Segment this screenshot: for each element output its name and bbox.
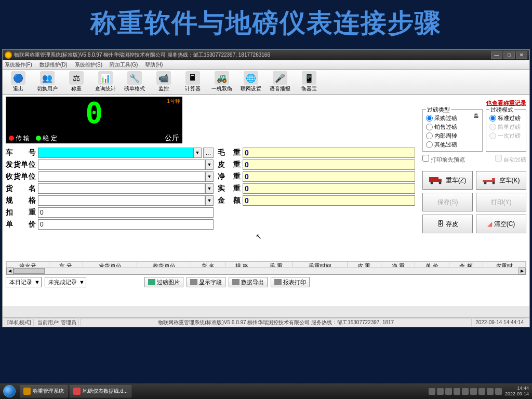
vehicle-dropdown[interactable]: ▼ bbox=[193, 148, 202, 158]
close-button[interactable]: ✕ bbox=[516, 51, 527, 59]
toolbar-1[interactable]: 👥切换用户 bbox=[33, 71, 62, 93]
real-input[interactable] bbox=[243, 183, 415, 194]
real-label: 实 重 bbox=[218, 184, 243, 193]
empty-truck-button[interactable]: 空车(K) bbox=[476, 171, 526, 190]
maximize-button[interactable]: □ bbox=[503, 51, 515, 59]
app-task-icon bbox=[23, 388, 31, 395]
system-tray[interactable]: 14:442022-09-14 bbox=[425, 385, 532, 397]
export-button[interactable]: 数据导出 bbox=[229, 277, 268, 287]
eraser-icon: ◢ bbox=[487, 220, 492, 228]
report-print-button[interactable]: 报表打印 bbox=[271, 277, 310, 287]
deduct-input[interactable] bbox=[38, 207, 214, 218]
svg-rect-5 bbox=[492, 178, 495, 182]
spec-input[interactable] bbox=[38, 195, 205, 206]
type-other-radio[interactable] bbox=[426, 141, 433, 148]
net-label: 净 重 bbox=[218, 172, 243, 181]
goods-label: 货 名 bbox=[6, 184, 38, 193]
net-input[interactable] bbox=[243, 171, 415, 182]
weigh-mode-title: 过磅模式 bbox=[489, 106, 514, 114]
toolbar-7[interactable]: 🚜一机双衡 bbox=[207, 71, 236, 93]
h-scrollbar[interactable]: ◀ ▶ bbox=[6, 267, 526, 274]
weight-status: 传 输 稳 定 公斤 bbox=[6, 133, 182, 143]
fields-icon bbox=[190, 279, 197, 285]
type-internal-radio[interactable] bbox=[426, 132, 433, 139]
records-table[interactable]: 流水号车 号发货单位收货单位货 名规 格毛 重毛重时间皮 重净 重单 价金 额皮… bbox=[6, 261, 526, 275]
tare-input[interactable] bbox=[243, 159, 415, 170]
scroll-right-icon[interactable]: ▶ bbox=[518, 268, 526, 274]
weigh-image-button[interactable]: 过磅图片 bbox=[144, 277, 183, 287]
titlebar-text: 物联网称重管理系统(标准版)V5.6.0.97 柳州华瑞测控技术有限公司 服务热… bbox=[14, 51, 491, 59]
tray-icons[interactable] bbox=[429, 388, 502, 395]
minimize-button[interactable]: — bbox=[491, 51, 502, 59]
toolbar-3[interactable]: 📊查询统计 bbox=[91, 71, 120, 93]
receiver-input[interactable] bbox=[38, 171, 205, 182]
printer-icon[interactable]: 🖶 bbox=[473, 113, 479, 119]
svg-point-7 bbox=[492, 182, 495, 184]
store-tare-button[interactable]: 🗄存皮 bbox=[422, 215, 473, 233]
deduct-label: 扣 重 bbox=[6, 208, 38, 217]
price-input[interactable] bbox=[38, 219, 214, 230]
show-fields-button[interactable]: 显示字段 bbox=[187, 277, 225, 287]
type-sale-radio[interactable] bbox=[426, 124, 433, 130]
amount-input[interactable] bbox=[243, 195, 415, 206]
window-statusbar: [单机模式] 当前用户: 管理员 物联网称重管理系统(标准版)V5.6.0.97… bbox=[3, 317, 529, 327]
toolbar-icon-5: 📹 bbox=[156, 71, 171, 85]
windows-orb-icon bbox=[3, 385, 16, 397]
clear-button[interactable]: ◢清空(C) bbox=[476, 215, 526, 233]
scroll-left-icon[interactable]: ◀ bbox=[6, 268, 14, 274]
menu-addon[interactable]: 附加工具(G) bbox=[110, 61, 138, 69]
mode-standard-radio[interactable] bbox=[489, 115, 496, 122]
titlebar[interactable]: 物联网称重管理系统(标准版)V5.6.0.97 柳州华瑞测控技术有限公司 服务热… bbox=[3, 50, 529, 60]
taskbar-clock[interactable]: 14:442022-09-14 bbox=[505, 385, 529, 397]
status-filter-combo[interactable]: 未完成记录▼ bbox=[45, 277, 86, 287]
toolbar-8[interactable]: 🌐联网设置 bbox=[236, 71, 265, 93]
type-purchase-radio[interactable] bbox=[426, 115, 433, 122]
svg-rect-0 bbox=[429, 177, 438, 182]
heavy-truck-button[interactable]: 重车(Z) bbox=[422, 171, 473, 190]
menubar: 系统操作(F) 数据维护(D) 系统维护(S) 附加工具(G) 帮助(H) bbox=[3, 60, 529, 70]
banner-title: 称重软件与地磅仪表连接步骤 bbox=[0, 0, 532, 47]
svg-point-2 bbox=[430, 182, 433, 184]
date-filter-combo[interactable]: 本日记录▼ bbox=[6, 277, 42, 287]
database-icon: 🗄 bbox=[437, 220, 444, 228]
print-preview-checkbox[interactable] bbox=[422, 155, 429, 162]
print-button[interactable]: 打印(Y) bbox=[476, 193, 526, 211]
sb-time: 2022-09-14 14:44:14 bbox=[473, 318, 526, 326]
price-label: 单 价 bbox=[6, 220, 38, 229]
toolbar-6[interactable]: 🖩计算器 bbox=[178, 71, 207, 93]
toolbar-4[interactable]: 🔧磅单格式 bbox=[120, 71, 149, 93]
menu-data[interactable]: 数据维护(D) bbox=[39, 61, 68, 69]
stable-label: 稳 定 bbox=[43, 134, 57, 143]
vehicle-input[interactable] bbox=[38, 148, 193, 158]
sender-input[interactable] bbox=[38, 159, 205, 170]
menu-help[interactable]: 帮助(H) bbox=[145, 61, 163, 69]
goods-input[interactable] bbox=[38, 183, 205, 194]
scroll-thumb[interactable] bbox=[14, 268, 45, 274]
sb-info: 物联网称重管理系统(标准版)V5.6.0.97 柳州华瑞测控技术有限公司 服务热… bbox=[80, 318, 472, 326]
spec-dropdown[interactable]: ▼ bbox=[205, 195, 214, 206]
toolbar-2[interactable]: ⚖称重 bbox=[62, 71, 91, 93]
start-button[interactable] bbox=[0, 383, 19, 399]
sb-mode: [单机模式] bbox=[5, 318, 34, 326]
transfer-led-icon bbox=[9, 136, 14, 141]
gross-input[interactable] bbox=[243, 148, 415, 158]
taskbar[interactable]: 称重管理系统 地磅仪表数据线.d... 14:442022-09-14 bbox=[0, 383, 532, 399]
goods-dropdown[interactable]: ▼ bbox=[205, 183, 214, 194]
toolbar-icon-3: 📊 bbox=[98, 71, 113, 85]
receiver-dropdown[interactable]: ▼ bbox=[205, 171, 214, 182]
menu-system[interactable]: 系统操作(F) bbox=[5, 61, 32, 69]
taskbar-item-app[interactable]: 称重管理系统 bbox=[20, 385, 68, 397]
sender-dropdown[interactable]: ▼ bbox=[205, 159, 214, 170]
toolbar-10[interactable]: 📱衡器宝 bbox=[295, 71, 324, 93]
taskbar-item-doc[interactable]: 地磅仪表数据线.d... bbox=[70, 385, 131, 397]
save-button[interactable]: 保存(S) bbox=[422, 193, 473, 211]
toolbar-9[interactable]: 🎤语音播报 bbox=[265, 71, 295, 93]
toolbar-0[interactable]: 🔵退出 bbox=[4, 71, 33, 93]
toolbar-5[interactable]: 📹监控 bbox=[149, 71, 178, 93]
view-records-link[interactable]: 也查看称重记录 bbox=[486, 100, 526, 106]
vehicle-more-button[interactable]: … bbox=[203, 148, 214, 158]
menu-sysmaint[interactable]: 系统维护(S) bbox=[75, 61, 102, 69]
toolbar-icon-8: 🌐 bbox=[244, 71, 258, 85]
svg-point-6 bbox=[484, 182, 486, 184]
vehicle-label: 车 号 bbox=[6, 148, 38, 157]
